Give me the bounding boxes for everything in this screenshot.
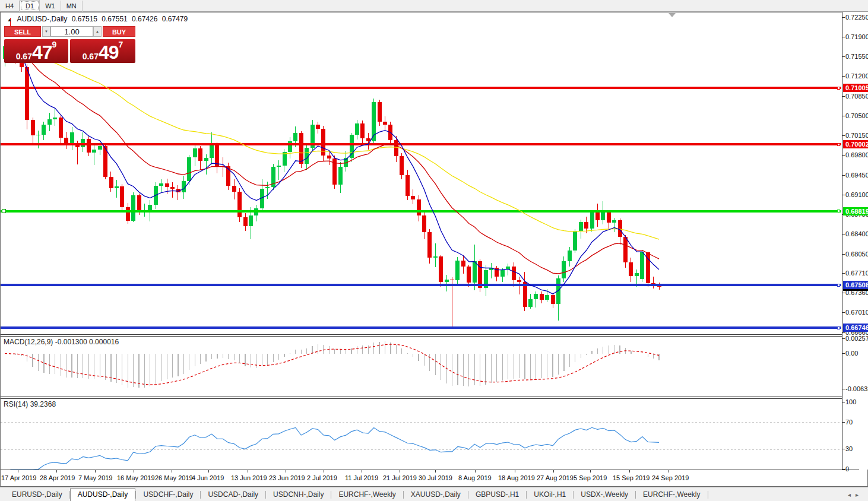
price-tick-label: 0.72250 <box>845 14 868 21</box>
timeframe-button-h4[interactable]: H4 <box>0 1 20 12</box>
price-tick-label: 0.70150 <box>845 132 868 139</box>
rsi-tick-label: 0 <box>845 465 849 473</box>
rsi-tick-label: 100 <box>845 398 856 405</box>
time-tick-label: 16 May 2019 <box>117 474 155 481</box>
chart-tab-eurchf-weekly[interactable]: EURCHF-,Weekly <box>331 489 403 501</box>
rsi-indicator-label: RSI(14) 39.2368 <box>4 400 56 408</box>
sell-price-box[interactable]: 0.67 47 9 <box>4 39 68 63</box>
tab-scroll-arrows[interactable]: ◂▸ <box>848 492 863 501</box>
time-tick <box>172 470 172 473</box>
time-tick <box>95 470 96 473</box>
chart-tab-eurusd-daily[interactable]: EURUSD-,Daily <box>5 489 69 501</box>
volume-increase-button[interactable]: ▲ <box>93 26 102 37</box>
tab-scroll-left-icon[interactable]: ◂ <box>848 492 856 498</box>
panel-separator[interactable] <box>0 397 859 397</box>
price-tick-label: 0.68400 <box>845 230 868 237</box>
time-tick <box>400 470 400 473</box>
level-price-label: 0.67508 <box>843 281 868 289</box>
price-tick-label: 0.70500 <box>845 112 868 119</box>
timeframe-button-w1[interactable]: W1 <box>40 1 61 12</box>
macd-panel-canvas[interactable] <box>1 337 842 397</box>
time-tick-label: 8 Aug 2019 <box>458 474 492 481</box>
price-tick-label: 0.70850 <box>845 93 868 100</box>
time-tick-label: 27 Aug 2019 <box>537 474 574 481</box>
buy-price-pip: 7 <box>119 40 123 49</box>
level-price-label: 0.71005 <box>843 84 868 92</box>
time-tick-label: 4 Jun 2019 <box>192 474 224 481</box>
time-tick-label: 15 Sep 2019 <box>613 474 650 481</box>
price-tick-label: 0.71900 <box>845 33 868 40</box>
chart-shift-marker-icon[interactable] <box>669 13 676 17</box>
chart-tab-usdchf-daily[interactable]: USDCHF-,Daily <box>136 489 200 501</box>
timeframe-toolbar: H4D1W1MN <box>0 0 868 12</box>
price-tick-label: 0.69450 <box>845 172 868 179</box>
tab-scroll-right-icon[interactable]: ▸ <box>856 492 863 498</box>
price-tick-label: 0.67010 <box>845 309 868 316</box>
time-tick-label: 18 Aug 2019 <box>498 474 535 481</box>
chart-tab-usdcnh-daily[interactable]: USDCNH-,Daily <box>266 489 331 501</box>
time-tick <box>590 470 591 473</box>
time-tick-label: 28 Apr 2019 <box>40 474 75 481</box>
macd-indicator-label: MACD(12,26,9) -0.001300 0.000016 <box>4 338 119 346</box>
ohlc-low: 0.67426 <box>132 15 157 23</box>
sell-price-big: 47 <box>32 43 52 61</box>
ohlc-high: 0.67551 <box>102 15 127 23</box>
macd-values: -0.001300 0.000016 <box>55 338 119 346</box>
macd-tick-label: -0.006326 <box>845 385 868 392</box>
buy-price-big: 49 <box>99 43 119 61</box>
rsi-tick-label: 30 <box>845 445 853 452</box>
time-tick <box>362 470 362 473</box>
price-tick-label: 0.68050 <box>845 251 868 258</box>
time-tick-label: 21 Jul 2019 <box>383 474 417 481</box>
timeframe-button-mn[interactable]: MN <box>61 1 83 12</box>
ohlc-close: 0.67479 <box>162 15 188 23</box>
volume-decrease-button[interactable]: ▼ <box>42 26 50 37</box>
chart-tab-xauusd-daily[interactable]: XAUUSD-,Daily <box>404 489 468 501</box>
one-click-trading-panel: SELL ▼ ▲ BUY 0.67 47 9 0.67 49 7 <box>4 26 135 63</box>
sell-price-prefix: 0.67 <box>16 52 32 61</box>
time-tick-label: 13 Jun 2019 <box>231 474 267 481</box>
chart-tab-bar: EURUSD-,DailyAUDUSD-,DailyUSDCHF-,DailyU… <box>0 487 868 501</box>
macd-tick-label: 0.002574 <box>845 335 868 342</box>
panel-separator[interactable] <box>0 334 859 335</box>
rsi-panel-canvas[interactable] <box>1 399 842 470</box>
tab-separator <box>708 491 708 499</box>
time-tick-label: 7 May 2019 <box>78 474 112 481</box>
rsi-value: 39.2368 <box>30 400 56 408</box>
chart-tab-gbpusd-h1[interactable]: GBPUSD-,H1 <box>468 489 526 501</box>
buy-price-box[interactable]: 0.67 49 7 <box>70 39 135 63</box>
time-tick-label: 30 Jul 2019 <box>419 474 452 481</box>
time-tick <box>324 470 324 473</box>
chart-tab-audusd-daily[interactable]: AUDUSD-,Daily <box>70 488 136 501</box>
time-tick <box>134 470 134 473</box>
time-tick-label: 17 Apr 2019 <box>1 474 36 481</box>
chart-tab-ukoil-h1[interactable]: UKOil-,H1 <box>527 489 573 501</box>
chart-header: ▲ AUDUSD-,Daily 0.67515 0.67551 0.67426 … <box>7 15 190 23</box>
time-tick <box>475 470 476 473</box>
buy-button[interactable]: BUY <box>103 26 135 37</box>
time-tick <box>286 470 286 473</box>
macd-tick-label: 0.00 <box>845 350 858 357</box>
chart-tab-usdcad-daily[interactable]: USDCAD-,Daily <box>201 489 265 501</box>
chart-symbol-label: AUDUSD-,Daily <box>17 15 68 23</box>
sell-price-pip: 9 <box>52 40 57 49</box>
time-tick <box>208 470 209 473</box>
level-price-label: 0.70002 <box>843 140 868 148</box>
time-tick <box>629 470 630 473</box>
time-tick <box>248 470 248 473</box>
collapse-trade-panel-icon[interactable]: ▲ <box>7 17 12 23</box>
time-tick-label: 11 Jul 2019 <box>345 474 378 481</box>
price-tick-label: 0.71550 <box>845 53 868 60</box>
time-tick-label: 24 Sep 2019 <box>652 474 689 481</box>
time-tick-label: 5 Sep 2019 <box>574 474 607 481</box>
chart-tab-usdx-weekly[interactable]: USDX-,Weekly <box>574 489 635 501</box>
volume-input[interactable] <box>50 26 93 37</box>
price-axis[interactable]: 0.722500.719000.715500.712000.708500.705… <box>842 12 868 470</box>
chart-tab-eurchf-weekly[interactable]: EURCHF-,Weekly <box>636 489 707 501</box>
timeframe-button-d1[interactable]: D1 <box>20 0 40 11</box>
sell-button[interactable]: SELL <box>4 26 41 37</box>
level-price-label: 0.66746 <box>843 324 868 332</box>
time-tick <box>669 470 669 473</box>
time-axis[interactable]: 17 Apr 201928 Apr 20197 May 201916 May 2… <box>0 470 859 486</box>
time-tick <box>56 470 57 473</box>
